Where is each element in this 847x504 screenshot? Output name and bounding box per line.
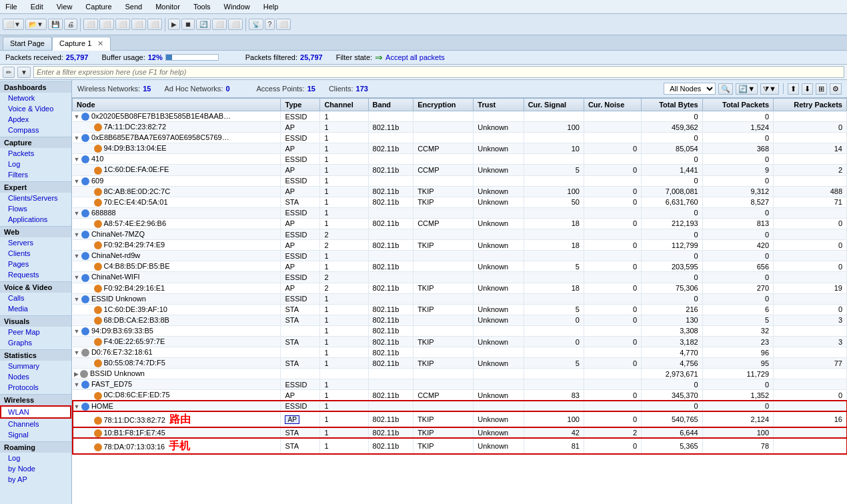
table-row[interactable]: ▶ BSSID Unknown2,973,67111,729 (73, 369, 847, 379)
table-row[interactable]: ▼ ChinaNet-rd9wESSID100 (73, 251, 847, 261)
wireless-import-btn[interactable]: ⬇ (802, 83, 813, 95)
toolbar-open[interactable]: 📂▼ (25, 19, 47, 30)
col-band[interactable]: Band (368, 99, 413, 111)
sidebar-item-channels[interactable]: Channels (0, 419, 71, 429)
col-encryption[interactable]: Encryption (413, 99, 474, 111)
col-channel[interactable]: Channel (320, 99, 368, 111)
toolbar-help[interactable]: ? (265, 19, 275, 30)
sidebar-item-summary[interactable]: Summary (0, 361, 71, 371)
table-row[interactable]: 1C:60:DE:FA:0E:FEAP1802.11bCCMPUnknown50… (73, 165, 847, 175)
expand-arrow[interactable]: ▼ (74, 328, 81, 335)
col-retry-packets[interactable]: Retry Packets (774, 99, 847, 111)
menu-send[interactable]: Send (123, 1, 145, 12)
expand-arrow[interactable]: ▼ (74, 135, 81, 141)
menu-capture[interactable]: Capture (83, 1, 114, 12)
sidebar-item-network[interactable]: Network (0, 93, 71, 103)
table-row[interactable]: 78:11:DC:33:82:72路由AP1802.11bTKIPUnknown… (73, 411, 847, 427)
sidebar-item-pages[interactable]: Pages (0, 259, 71, 269)
col-type[interactable]: Type (281, 99, 320, 111)
table-row[interactable]: ▼ HOMEESSID100 (73, 401, 847, 411)
expand-arrow[interactable]: ▼ (74, 349, 81, 356)
table-row[interactable]: ▼ ChinaNet-7MZQESSID200 (73, 229, 847, 240)
col-total-bytes[interactable]: Total Bytes (642, 99, 703, 111)
expand-arrow[interactable]: ▼ (74, 156, 81, 163)
sidebar-item-calls[interactable]: Calls (0, 293, 71, 303)
wireless-refresh-btn[interactable]: 🔄▼ (736, 83, 758, 95)
table-row[interactable]: ▼ 0x2020E5B08FE7B1B3E585B1E4BAAB…ESSID10… (73, 111, 847, 122)
expand-arrow[interactable]: ▼ (74, 274, 81, 281)
sidebar-item-applications[interactable]: Applications (0, 214, 71, 225)
wireless-export-btn[interactable]: ⬆ (788, 83, 799, 95)
menu-view[interactable]: View (54, 1, 75, 12)
sidebar-section-voice-video[interactable]: Voice & Video (0, 281, 71, 293)
table-row[interactable]: 68:DB:CA:E2:B3:8BSTA1802.11bUnknown00130… (73, 315, 847, 325)
tab-capture-1[interactable]: Capture 1 ✕ (52, 37, 111, 51)
sidebar-item-roaming-log[interactable]: Log (0, 453, 71, 463)
wireless-settings-btn[interactable]: ⚙ (830, 83, 842, 95)
table-row[interactable]: ▼ 410ESSID100 (73, 154, 847, 165)
sidebar-item-apdex[interactable]: Apdex (0, 114, 71, 125)
table-row[interactable]: ▼ 609ESSID100 (73, 175, 847, 186)
col-cur-signal[interactable]: Cur. Signal (524, 99, 584, 111)
expand-arrow[interactable]: ▼ (74, 113, 81, 120)
table-row[interactable]: F0:92:B4:29:74:E9AP2802.11bTKIPUnknown18… (73, 240, 847, 251)
toolbar-b5[interactable]: ⬜ (147, 19, 162, 30)
col-node[interactable]: Node (73, 99, 281, 111)
expand-arrow[interactable]: ▼ (74, 403, 81, 410)
table-row[interactable]: ▼ 0xE8B685E7BAA7E697A0E6958C5769…ESSID10… (73, 133, 847, 143)
collapse-arrow[interactable]: ▶ (74, 371, 81, 377)
sidebar-section-roaming[interactable]: Roaming (0, 441, 71, 453)
sidebar-item-wlan[interactable]: WLAN (0, 405, 71, 419)
sidebar-section-web[interactable]: Web (0, 226, 71, 237)
table-row[interactable]: 10:B1:F8:1F:E7:45STA1802.11bTKIPUnknown4… (73, 427, 847, 438)
sidebar-section-statistics[interactable]: Statistics (0, 349, 71, 361)
wireless-filter-btn[interactable]: 🔍 (718, 83, 733, 95)
sidebar-item-clients[interactable]: Clients (0, 248, 71, 259)
col-trust[interactable]: Trust (474, 99, 524, 111)
toolbar-b2[interactable]: ⬜ (99, 19, 114, 30)
menu-edit[interactable]: Edit (28, 1, 46, 12)
expand-arrow[interactable]: ▼ (74, 210, 81, 217)
table-row[interactable]: 8C:AB:8E:0D:2C:7CAP1802.11bTKIPUnknown10… (73, 186, 847, 197)
table-row[interactable]: ▼ 688888ESSID100 (73, 207, 847, 218)
toolbar-capture-b1[interactable]: ⬜ (212, 19, 227, 30)
table-row[interactable]: 94:D9:B3:13:04:EEAP1802.11bCCMPUnknown10… (73, 143, 847, 154)
table-row[interactable]: 70:EC:E4:4D:5A:01STA1802.11bTKIPUnknown5… (73, 197, 847, 207)
toolbar-capture-restart[interactable]: 🔄 (196, 19, 211, 30)
table-row[interactable]: F0:92:B4:29:16:E1AP2802.11bTKIPUnknown18… (73, 283, 847, 293)
expand-arrow[interactable]: ▼ (74, 381, 81, 388)
sidebar-item-media[interactable]: Media (0, 303, 71, 314)
menu-file[interactable]: File (3, 1, 20, 12)
toolbar-new[interactable]: ⬜▼ (3, 19, 24, 30)
table-row[interactable]: ▼ D0:76:E7:32:18:611802.11b4,77096 (73, 347, 847, 358)
wireless-funnel-btn[interactable]: ⧩▼ (760, 83, 779, 95)
toolbar-b6[interactable]: ⬜ (276, 19, 291, 30)
table-row[interactable]: C4:B8:B5:DF:B5:BEAP1802.11bUnknown50203,… (73, 261, 847, 272)
sidebar-item-peer-map[interactable]: Peer Map (0, 327, 71, 337)
sidebar-section-dashboards[interactable]: Dashboards (0, 81, 71, 93)
toolbar-capture-b2[interactable]: ⬜ (228, 19, 243, 30)
table-row[interactable]: 78:DA:07:13:03:16手机STA1802.11bTKIPUnknow… (73, 438, 847, 454)
menu-help[interactable]: Help (261, 1, 281, 12)
tab-close-button[interactable]: ✕ (97, 39, 103, 47)
expand-arrow[interactable]: ▼ (74, 231, 81, 238)
table-row[interactable]: B0:55:08:74:7D:F5STA1802.11bTKIPUnknown5… (73, 358, 847, 369)
sidebar-item-roaming-by-node[interactable]: by Node (0, 463, 71, 474)
sidebar-item-flows[interactable]: Flows (0, 203, 71, 214)
expand-arrow[interactable]: ▼ (74, 296, 81, 303)
sidebar-item-requests[interactable]: Requests (0, 269, 71, 280)
wireless-col-btn[interactable]: ⊞ (816, 83, 827, 95)
menu-monitor[interactable]: Monitor (153, 1, 183, 12)
toolbar-wifi[interactable]: 📡 (249, 19, 263, 30)
expand-arrow[interactable]: ▼ (74, 178, 81, 185)
col-total-packets[interactable]: Total Packets (702, 99, 773, 111)
toolbar-b4[interactable]: ⬜ (131, 19, 146, 30)
toolbar-b1[interactable]: ⬜ (83, 19, 98, 30)
toolbar-print[interactable]: 🖨 (64, 19, 77, 30)
sidebar-section-visuals[interactable]: Visuals (0, 315, 71, 327)
nodes-dropdown[interactable]: All Nodes (664, 83, 716, 95)
toolbar-capture-stop[interactable]: ⏹ (181, 19, 195, 30)
sidebar-item-log[interactable]: Log (0, 159, 71, 169)
table-row[interactable]: ▼ 94:D9:B3:69:33:B51802.11b3,30832 (73, 325, 847, 336)
sidebar-item-compass[interactable]: Compass (0, 125, 71, 135)
